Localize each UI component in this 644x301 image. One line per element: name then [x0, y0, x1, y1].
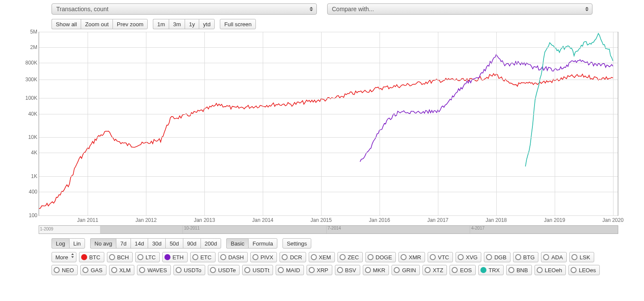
coin-toggle-waves[interactable]: WAVES [137, 265, 171, 275]
coin-label: USDTt [252, 267, 269, 273]
coin-label: ZEC [348, 254, 359, 261]
coin-label: NEO [62, 267, 74, 273]
coin-toggle-xem[interactable]: XEM [309, 252, 335, 262]
coin-swatch-icon [81, 254, 87, 260]
coin-label: ADA [551, 254, 563, 261]
coin-toggle-trx[interactable]: TRX [478, 265, 504, 275]
metric-select[interactable]: Transactions, count [52, 3, 317, 15]
x-tick-label: Jan 2011 [77, 217, 98, 223]
coin-label: GRIN [402, 267, 416, 273]
coin-toggle-ada[interactable]: ADA [541, 252, 567, 262]
coin-swatch-icon [430, 254, 436, 260]
coin-swatch-icon [394, 267, 400, 273]
avg-30d-button[interactable]: 30d [148, 238, 165, 249]
coin-label: MKR [373, 267, 386, 273]
coin-swatch-icon [452, 267, 458, 273]
compare-select[interactable]: Compare with... [327, 3, 592, 15]
chart-area[interactable]: 1004001K4K10K40K100K300K800K2M5MJan 2011… [39, 32, 618, 216]
coin-toggle-eth[interactable]: ETH [162, 252, 188, 262]
coin-label: PIVX [261, 254, 273, 261]
y-tick-label: 5M [18, 29, 37, 35]
coin-toggle-xlm[interactable]: XLM [109, 265, 135, 275]
coin-toggle-btc[interactable]: BTC [79, 252, 104, 262]
x-tick-label: Jan 2019 [544, 217, 565, 223]
coin-label: LEOeh [545, 267, 562, 273]
range-1y-button[interactable]: 1y [185, 19, 199, 29]
coin-swatch-icon [425, 267, 431, 273]
full-screen-button[interactable]: Full screen [220, 19, 256, 29]
coin-toggle-etc[interactable]: ETC [190, 252, 216, 262]
chevron-updown-icon [585, 6, 589, 12]
coin-swatch-icon [401, 254, 407, 260]
coin-label: XTZ [433, 267, 444, 273]
y-tick-label: 10K [18, 134, 37, 140]
coin-label: DOGE [376, 254, 392, 261]
zoom-out-button[interactable]: Zoom out [81, 19, 112, 29]
chevron-updown-icon [310, 6, 314, 12]
coin-toggle-leoeh[interactable]: LEOeh [535, 265, 566, 275]
coin-toggle-bsv[interactable]: BSV [335, 265, 360, 275]
coin-label: XVG [466, 254, 477, 261]
coin-toggle-btg[interactable]: BTG [513, 252, 539, 262]
coin-toggle-bnb[interactable]: BNB [506, 265, 532, 275]
coin-label: LSK [580, 254, 590, 261]
coin-toggle-gas[interactable]: GAS [80, 265, 106, 275]
avg-90d-button[interactable]: 90d [183, 238, 200, 249]
coin-toggle-ltc[interactable]: LTC [135, 252, 160, 262]
coin-toggle-usdtt[interactable]: USDTt [242, 265, 273, 275]
avg-7d-button[interactable]: 7d [116, 238, 130, 249]
coin-label: USDTo [184, 267, 201, 273]
coin-label: USDTe [218, 267, 236, 273]
time-scrubber[interactable]: 1-2009 2-2020 10-20117-20144-2017 [39, 225, 618, 234]
scrubber-window[interactable] [100, 226, 618, 233]
coin-toggle-dash[interactable]: DASH [218, 252, 248, 262]
settings-button[interactable]: Settings [283, 238, 311, 249]
no-avg-button[interactable]: No avg [90, 238, 116, 249]
coin-swatch-icon [571, 254, 577, 260]
range-3m-button[interactable]: 3m [169, 19, 185, 29]
range-1m-button[interactable]: 1m [153, 19, 169, 29]
lin-button[interactable]: Lin [69, 238, 85, 249]
coin-swatch-icon [220, 254, 226, 260]
coin-toggle-usdte[interactable]: USDTe [208, 265, 240, 275]
coin-toggle-mkr[interactable]: MKR [363, 265, 389, 275]
coin-toggle-vtc[interactable]: VTC [428, 252, 453, 262]
prev-zoom-button[interactable]: Prev zoom [112, 19, 148, 29]
range-ytd-button[interactable]: ytd [199, 19, 215, 29]
y-tick-label: 1K [18, 173, 37, 179]
coin-label: DCR [290, 254, 302, 261]
coin-label: BNB [516, 267, 528, 273]
coin-swatch-icon [278, 267, 284, 273]
coin-toggle-dgb[interactable]: DGB [484, 252, 510, 262]
avg-200d-button[interactable]: 200d [200, 238, 222, 249]
avg-14d-button[interactable]: 14d [131, 238, 148, 249]
coin-toggle-xrp[interactable]: XRP [307, 265, 332, 275]
basic-button[interactable]: Basic [226, 238, 248, 249]
coin-toggle-bch[interactable]: BCH [107, 252, 133, 262]
coin-swatch-icon [337, 267, 343, 273]
coin-toggle-xvg[interactable]: XVG [456, 252, 481, 262]
more-coins-select[interactable]: More [52, 252, 76, 262]
coin-toggle-xtz[interactable]: XTZ [422, 265, 447, 275]
coin-toggle-grin[interactable]: GRIN [392, 265, 420, 275]
coin-toggle-neo[interactable]: NEO [52, 265, 78, 275]
coin-toggle-dcr[interactable]: DCR [279, 252, 306, 262]
coin-swatch-icon [192, 254, 198, 260]
coin-toggle-eos[interactable]: EOS [450, 265, 475, 275]
scrubber-mark: 7-2014 [326, 226, 341, 233]
log-button[interactable]: Log [52, 238, 69, 249]
coin-swatch-icon [543, 254, 549, 260]
coin-toggle-lsk[interactable]: LSK [569, 252, 594, 262]
coin-toggle-leoes[interactable]: LEOes [568, 265, 600, 275]
avg-50d-button[interactable]: 50d [165, 238, 183, 249]
coin-label: TRX [489, 267, 500, 273]
coin-toggle-maid[interactable]: MAID [276, 265, 304, 275]
coin-toggle-usdto[interactable]: USDTo [173, 265, 205, 275]
coin-toggle-doge[interactable]: DOGE [365, 252, 396, 262]
show-all-button[interactable]: Show all [52, 19, 81, 29]
coin-label: XMR [409, 254, 421, 261]
coin-toggle-zec[interactable]: ZEC [337, 252, 363, 262]
formula-button[interactable]: Formula [248, 238, 277, 249]
coin-toggle-pivx[interactable]: PIVX [250, 252, 277, 262]
coin-toggle-xmr[interactable]: XMR [398, 252, 425, 262]
